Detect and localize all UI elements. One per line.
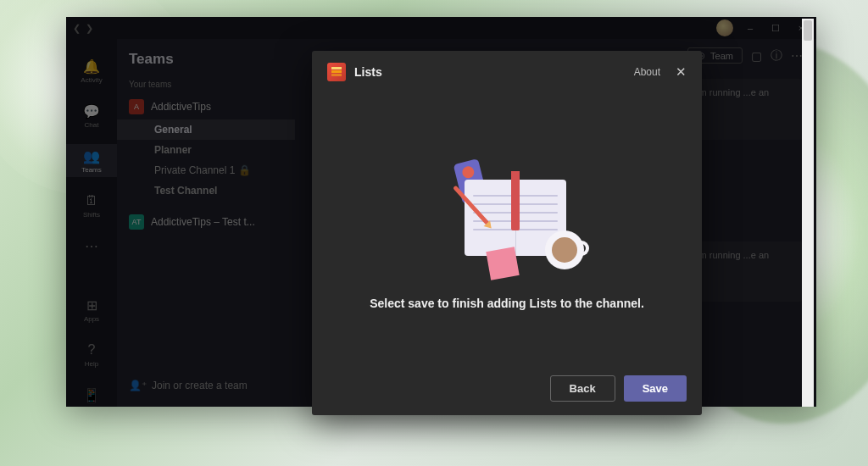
svg-rect-0 — [331, 67, 342, 69]
add-lists-modal: Lists About ✕ Selec — [312, 51, 702, 415]
modal-header: Lists About ✕ — [312, 51, 702, 93]
modal-instruction: Select save to finish adding Lists to th… — [370, 297, 644, 310]
svg-rect-2 — [331, 74, 342, 76]
lists-app-icon — [327, 63, 346, 81]
close-icon[interactable]: ✕ — [676, 64, 687, 80]
save-button[interactable]: Save — [624, 375, 687, 402]
about-link[interactable]: About — [634, 66, 660, 78]
teams-app-window: ❮ ❯ – ☐ × 🔔 Activity 💬 Chat 👥 Teams — [66, 17, 816, 407]
modal-title: Lists — [354, 65, 382, 79]
modal-body: Select save to finish adding Lists to th… — [312, 93, 702, 362]
modal-footer: Back Save — [312, 362, 702, 415]
back-button[interactable]: Back — [550, 375, 615, 402]
lists-illustration — [422, 146, 592, 281]
svg-rect-1 — [331, 70, 342, 73]
browser-scrollbar[interactable] — [802, 19, 814, 407]
